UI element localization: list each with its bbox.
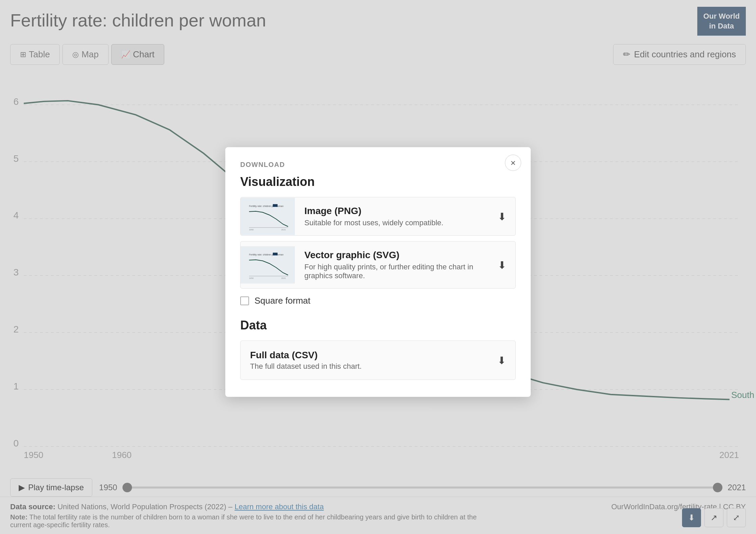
- png-info: Image (PNG) Suitable for most uses, wide…: [295, 197, 488, 235]
- png-download-icon: ⬇: [498, 210, 506, 222]
- svg-text:1950: 1950: [249, 277, 254, 279]
- modal-label: DOWNLOAD: [240, 161, 516, 169]
- square-format-checkbox[interactable]: [240, 296, 249, 305]
- csv-download-button[interactable]: ⬇: [497, 354, 506, 366]
- svg-info: Vector graphic (SVG) For high quality pr…: [295, 242, 488, 288]
- svg-rect-20: [273, 204, 278, 207]
- square-format-label: Square format: [254, 295, 310, 306]
- png-desc: Suitable for most uses, widely compatibl…: [304, 218, 479, 227]
- png-title: Image (PNG): [304, 206, 479, 216]
- svg-text:2021: 2021: [281, 277, 286, 279]
- square-format-row: Square format: [240, 295, 516, 306]
- csv-download-option[interactable]: Full data (CSV) The full dataset used in…: [240, 341, 516, 380]
- csv-title: Full data (CSV): [250, 350, 362, 361]
- svg-rect-26: [273, 252, 278, 255]
- svg-preview-svg: Fertility rate: children per woman 1950 …: [246, 250, 290, 279]
- svg-preview: Fertility rate: children per woman 1950 …: [241, 246, 295, 284]
- svg-text:1950: 1950: [249, 228, 254, 230]
- download-modal: DOWNLOAD × Visualization Fertility rate:…: [225, 147, 531, 397]
- svg-text:Fertility rate: children per w: Fertility rate: children per woman: [249, 253, 284, 256]
- png-preview-svg: Fertility rate: children per woman 1950 …: [246, 202, 290, 231]
- svg-text:Fertility rate: children per w: Fertility rate: children per woman: [249, 205, 284, 207]
- csv-download-icon: ⬇: [497, 355, 506, 366]
- svg-download-icon: ⬇: [498, 259, 506, 271]
- svg-desc: For high quality prints, or further edit…: [304, 263, 479, 280]
- png-download-button[interactable]: ⬇: [488, 210, 515, 222]
- data-section-title: Data: [240, 318, 516, 332]
- visualization-section-title: Visualization: [240, 175, 516, 189]
- png-download-option[interactable]: Fertility rate: children per woman 1950 …: [240, 197, 516, 236]
- svg-download-option[interactable]: Fertility rate: children per woman 1950 …: [240, 241, 516, 289]
- svg-text:2021: 2021: [281, 228, 286, 230]
- svg-title: Vector graphic (SVG): [304, 250, 479, 261]
- csv-info: Full data (CSV) The full dataset used in…: [250, 350, 362, 371]
- csv-desc: The full dataset used in this chart.: [250, 362, 362, 371]
- modal-close-button[interactable]: ×: [505, 155, 521, 171]
- close-icon: ×: [510, 157, 515, 168]
- svg-download-button[interactable]: ⬇: [488, 259, 515, 271]
- png-preview: Fertility rate: children per woman 1950 …: [241, 198, 295, 235]
